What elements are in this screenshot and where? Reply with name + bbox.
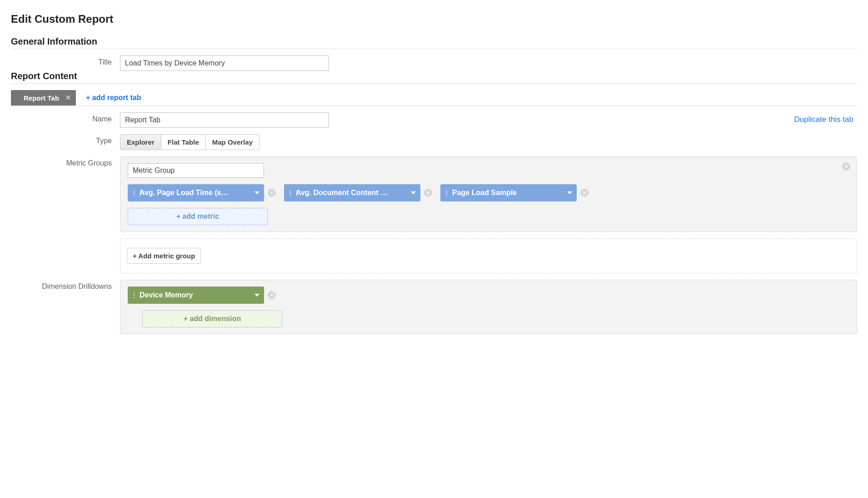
metric-group-panel: ✕ Avg. Page Load Time (s… ✕ Avg. Documen… — [120, 156, 857, 232]
metric-groups-label: Metric Groups — [11, 156, 120, 167]
drag-handle-icon[interactable] — [288, 191, 292, 194]
metric-pill[interactable]: Page Load Sample — [440, 184, 577, 201]
caret-down-icon[interactable] — [254, 191, 259, 194]
name-input[interactable] — [120, 112, 329, 128]
remove-metric-icon[interactable]: ✕ — [268, 189, 276, 197]
remove-dimension-icon[interactable]: ✕ — [268, 291, 276, 299]
close-tab-icon[interactable]: ✕ — [65, 94, 71, 102]
caret-down-icon[interactable] — [254, 294, 259, 297]
section-content-heading: Report Content — [11, 71, 857, 84]
drag-handle-icon[interactable] — [131, 191, 136, 194]
caret-down-icon[interactable] — [567, 191, 572, 194]
metric-pill-label: Page Load Sample — [452, 189, 564, 197]
dimension-pill-label: Device Memory — [140, 291, 251, 299]
add-metric-group-panel: + Add metric group — [120, 238, 857, 273]
metric-pill[interactable]: Avg. Page Load Time (s… — [128, 184, 264, 201]
dimension-pill-wrap: Device Memory ✕ — [128, 287, 276, 304]
remove-metric-icon[interactable]: ✕ — [580, 189, 589, 197]
svg-marker-2 — [567, 191, 572, 194]
type-explorer-button[interactable]: Explorer — [120, 135, 161, 150]
type-map-overlay-button[interactable]: Map Overlay — [206, 135, 259, 150]
title-input[interactable] — [120, 55, 329, 71]
dimension-panel: Device Memory ✕ + add dimension — [120, 280, 857, 334]
add-report-tab-button[interactable]: + add report tab — [86, 94, 141, 102]
add-dimension-button[interactable]: + add dimension — [142, 310, 282, 327]
section-general-heading: General Information — [11, 36, 857, 49]
metric-group-name-input[interactable] — [128, 163, 264, 178]
metric-pill-wrap: Avg. Document Content … ✕ — [284, 184, 432, 201]
dimension-drilldowns-label: Dimension Drilldowns — [11, 280, 120, 291]
metric-pill[interactable]: Avg. Document Content … — [284, 184, 420, 201]
svg-marker-1 — [411, 191, 416, 194]
dimension-pill[interactable]: Device Memory — [128, 287, 264, 304]
name-label: Name — [11, 112, 120, 123]
metric-pill-label: Avg. Document Content … — [296, 189, 407, 197]
remove-metric-group-icon[interactable]: ✕ — [842, 162, 850, 171]
type-label: Type — [11, 134, 120, 145]
drag-handle-icon[interactable] — [444, 191, 449, 194]
type-button-group: Explorer Flat Table Map Overlay — [120, 134, 259, 150]
caret-down-icon[interactable] — [411, 191, 416, 194]
remove-metric-icon[interactable]: ✕ — [424, 189, 432, 197]
page-title: Edit Custom Report — [11, 13, 857, 25]
svg-marker-3 — [254, 294, 259, 297]
drag-handle-icon[interactable] — [131, 294, 136, 297]
metric-pill-wrap: Avg. Page Load Time (s… ✕ — [128, 184, 276, 201]
type-flat-table-button[interactable]: Flat Table — [161, 135, 206, 150]
report-tab[interactable]: Report Tab ✕ — [11, 90, 76, 106]
metric-pill-label: Avg. Page Load Time (s… — [140, 189, 251, 197]
add-metric-button[interactable]: + add metric — [128, 208, 268, 225]
metric-pill-wrap: Page Load Sample ✕ — [440, 184, 589, 201]
title-label: Title — [11, 55, 120, 66]
report-tab-label: Report Tab — [24, 94, 59, 102]
svg-marker-0 — [254, 191, 259, 194]
add-metric-group-button[interactable]: + Add metric group — [127, 248, 201, 264]
duplicate-tab-link[interactable]: Duplicate this tab — [794, 115, 853, 124]
